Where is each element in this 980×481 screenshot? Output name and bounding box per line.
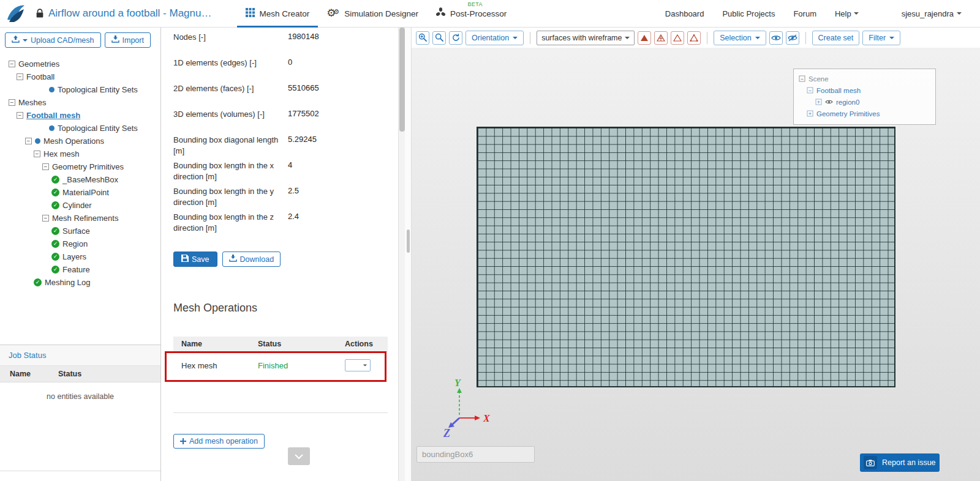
primitive-name-input[interactable] xyxy=(417,446,535,463)
app-logo[interactable] xyxy=(6,4,26,24)
job-status-header: Name Status xyxy=(0,366,160,382)
tree-item-geometry-primitives[interactable]: Geometry Primitives xyxy=(0,160,160,173)
collapse-icon[interactable] xyxy=(17,73,23,80)
tree-item-topological-entity-sets[interactable]: Topological Entity Sets xyxy=(0,83,160,96)
top-header: Airflow around a football - Magnu… Mesh … xyxy=(0,0,980,28)
collapse-icon[interactable] xyxy=(9,99,15,106)
chevron-down-icon xyxy=(295,452,303,461)
show-entities-button[interactable] xyxy=(769,31,783,45)
render-wireframe-button[interactable] xyxy=(671,31,684,45)
scene-node-region0[interactable]: region0 xyxy=(799,96,930,108)
collapse-icon[interactable] xyxy=(799,76,805,82)
zoom-box-button[interactable] xyxy=(432,31,446,45)
tree-item-cylinder[interactable]: Cylinder xyxy=(0,199,160,212)
viewer-toolbar: Orientation surfaces with wireframe Sele… xyxy=(412,28,980,48)
tree-item-football-mesh[interactable]: Football mesh xyxy=(0,109,160,122)
tab-simulation-designer[interactable]: ⚙⚙ Simulation Designer xyxy=(318,0,427,28)
nav-dashboard[interactable]: Dashboard xyxy=(665,9,704,18)
tree-item-football[interactable]: Football xyxy=(0,70,160,83)
toolbar-separator xyxy=(530,32,530,44)
nav-help[interactable]: Help xyxy=(835,9,859,18)
tab-label: Post-Processor xyxy=(450,9,507,18)
check-icon xyxy=(51,188,59,196)
tab-mesh-creator[interactable]: Mesh Creator xyxy=(237,0,318,28)
scene-tree-overlay: Scene Football mesh region0 Geometry Pri… xyxy=(793,69,936,125)
render-mode-select[interactable]: surfaces with wireframe xyxy=(537,31,635,45)
job-status-name-col: Name xyxy=(0,370,58,378)
scene-node-geometry-primitives[interactable]: Geometry Primitives xyxy=(799,108,930,119)
render-points-button[interactable] xyxy=(687,31,701,45)
nav-public-projects[interactable]: Public Projects xyxy=(722,9,775,18)
tree-item-mesh-refinements[interactable]: Mesh Refinements xyxy=(0,212,160,225)
actions-select[interactable] xyxy=(345,359,371,371)
create-set-button[interactable]: Create set xyxy=(812,31,860,45)
viewer-canvas[interactable]: Scene Football mesh region0 Geometry Pri… xyxy=(412,48,980,481)
scrollbar-thumb[interactable] xyxy=(399,28,405,132)
expand-icon[interactable] xyxy=(807,111,813,117)
resizer-grip[interactable] xyxy=(407,229,410,253)
reset-view-button[interactable] xyxy=(449,31,462,45)
tree-item-topological-entity-sets[interactable]: Topological Entity Sets xyxy=(0,122,160,135)
tree-item-meshes[interactable]: Meshes xyxy=(0,96,160,109)
upload-cad-button[interactable]: Upload CAD/mesh xyxy=(5,32,101,48)
job-status-status-col: Status xyxy=(58,370,81,378)
render-surfaces-button[interactable] xyxy=(638,31,651,45)
table-empty-space xyxy=(173,379,388,413)
tree-item-region[interactable]: Region xyxy=(0,237,160,250)
operation-status: Finished xyxy=(258,361,345,370)
zoom-in-button[interactable] xyxy=(416,31,429,45)
selection-button[interactable]: Selection xyxy=(714,31,766,45)
collapse-icon[interactable] xyxy=(9,61,15,67)
collapse-icon[interactable] xyxy=(25,138,32,144)
plus-icon xyxy=(180,438,186,444)
user-menu[interactable]: sjesu_rajendra xyxy=(902,9,962,18)
collapse-panel-button[interactable] xyxy=(288,447,310,465)
tree-item-mesh-operations[interactable]: Mesh Operations xyxy=(0,135,160,147)
project-title[interactable]: Airflow around a football - Magnu… xyxy=(48,7,211,20)
tree-item-meshing-log[interactable]: Meshing Log xyxy=(0,276,160,289)
collapse-icon[interactable] xyxy=(807,88,813,94)
caret-down-icon xyxy=(755,37,760,39)
tree-item-materialpoint[interactable]: MaterialPoint xyxy=(0,186,160,199)
report-issue-button[interactable]: Report an issue xyxy=(860,453,940,472)
check-icon xyxy=(51,201,59,209)
collapse-icon[interactable] xyxy=(34,151,40,157)
mesh-model[interactable] xyxy=(477,127,895,387)
download-button[interactable]: Download xyxy=(222,252,281,267)
hide-entities-button[interactable] xyxy=(786,31,799,45)
tree-item-hex-mesh[interactable]: Hex mesh xyxy=(0,147,160,160)
property-row: Bounding box diagonal length [m]5.29245 xyxy=(161,133,405,158)
tree-item-basemeshbox[interactable]: _BaseMeshBox xyxy=(0,173,160,186)
tree-item-geometries[interactable]: Geometries xyxy=(0,58,160,70)
mesh-statistics: Nodes [-]1980148 1D elements (edges) [-]… xyxy=(161,28,405,236)
collapse-icon[interactable] xyxy=(42,163,49,170)
save-button[interactable]: Save xyxy=(173,252,217,267)
collapse-icon[interactable] xyxy=(42,215,49,222)
table-row[interactable]: Hex mesh Finished xyxy=(173,352,388,379)
visibility-eye-icon[interactable] xyxy=(825,99,833,106)
orientation-button[interactable]: Orientation xyxy=(466,31,524,45)
tab-post-processor[interactable]: BETA Post-Processor xyxy=(427,0,515,28)
scene-node-football-mesh[interactable]: Football mesh xyxy=(799,84,930,96)
camera-icon xyxy=(864,456,877,469)
panel-resizer[interactable] xyxy=(405,28,412,481)
tree-item-surface[interactable]: Surface xyxy=(0,225,160,237)
tree-item-layers[interactable]: Layers xyxy=(0,250,160,263)
nav-forum[interactable]: Forum xyxy=(793,9,816,18)
scene-node-scene[interactable]: Scene xyxy=(799,73,930,84)
axis-triad: Y X Z xyxy=(436,378,503,441)
check-icon xyxy=(51,266,59,274)
sidebar-actions: Upload CAD/mesh Import xyxy=(0,28,160,53)
upload-icon xyxy=(12,35,20,45)
caret-down-icon xyxy=(23,39,28,42)
collapse-icon[interactable] xyxy=(17,112,23,119)
tree-item-feature[interactable]: Feature xyxy=(0,263,160,276)
expand-icon[interactable] xyxy=(816,99,822,105)
filter-button[interactable]: Filter xyxy=(862,31,900,45)
username: sjesu_rajendra xyxy=(902,9,954,18)
panel-scrollbar[interactable] xyxy=(398,28,405,481)
import-button[interactable]: Import xyxy=(105,32,151,48)
render-surfaces-wireframe-button[interactable] xyxy=(654,31,668,45)
toolbar-separator xyxy=(707,32,707,44)
add-mesh-operation-button[interactable]: Add mesh operation xyxy=(173,434,265,449)
